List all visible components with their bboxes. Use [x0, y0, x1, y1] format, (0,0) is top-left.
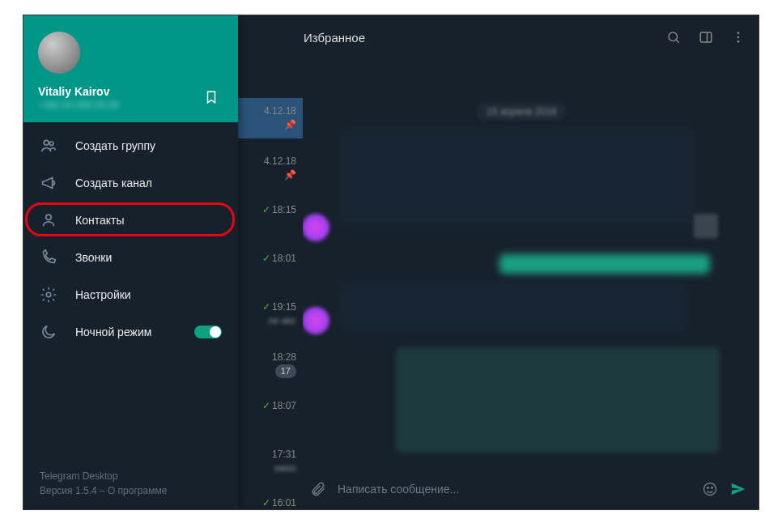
group-icon [40, 137, 61, 155]
moon-icon [40, 323, 61, 341]
chat-list-item[interactable]: ✓16:01 [262, 496, 296, 510]
message-bubble[interactable] [396, 347, 720, 453]
user-icon [40, 211, 61, 229]
svg-point-13 [712, 487, 713, 489]
new-channel-item[interactable]: Создать канал [23, 164, 238, 202]
svg-line-1 [676, 40, 678, 42]
menu-label: Ночной режим [75, 326, 151, 338]
menu-label: Настройки [75, 288, 131, 301]
menu-label: Создать канал [75, 177, 152, 189]
app-window: — ☐ ✕ Избранное 15 апреля 2018 4.12.18📌 … [23, 15, 759, 510]
file-attachment[interactable] [694, 214, 718, 238]
user-avatar[interactable] [38, 32, 80, 74]
svg-point-5 [737, 36, 740, 39]
user-name[interactable]: Vitaliy Kairov [38, 85, 223, 98]
svg-point-9 [46, 215, 51, 219]
message-input-bar: Написать сообщение... [299, 469, 759, 509]
user-phone: +380 93 968 59 80 [38, 100, 223, 111]
new-group-item[interactable]: Создать группу [23, 127, 238, 164]
contacts-item[interactable]: Контакты [23, 202, 238, 239]
svg-point-7 [44, 140, 49, 145]
svg-point-11 [704, 483, 716, 496]
chat-list-item[interactable]: 18:2817 [272, 351, 296, 378]
svg-point-0 [669, 32, 678, 41]
date-separator: 15 апреля 2018 [477, 103, 566, 121]
more-icon[interactable] [731, 30, 746, 45]
message-bubble[interactable] [339, 283, 687, 331]
night-mode-item[interactable]: Ночной режим [23, 313, 238, 351]
chat-list-item[interactable]: 4.12.18📌 [264, 155, 296, 182]
message-avatar[interactable] [302, 307, 329, 334]
gear-icon [40, 286, 61, 304]
app-version[interactable]: Версия 1.5.4 – О программе [40, 483, 167, 498]
menu-label: Контакты [75, 214, 124, 227]
search-icon[interactable] [666, 30, 681, 45]
chat-list-item[interactable]: ✓18:15 [262, 203, 296, 217]
settings-item[interactable]: Настройки [23, 276, 238, 313]
menu-label: Звонки [75, 251, 112, 264]
svg-point-10 [46, 292, 51, 297]
svg-point-12 [708, 487, 709, 489]
link-preview[interactable] [499, 254, 710, 274]
svg-point-4 [737, 32, 740, 34]
chat-list: 4.12.18📌 4.12.18📌 ✓18:15 ✓18:01 ✓19:15ли… [238, 59, 303, 509]
chat-title[interactable]: Избранное [304, 31, 365, 45]
message-input[interactable]: Написать сообщение... [338, 483, 691, 496]
message-bubble[interactable] [339, 129, 695, 226]
app-name: Telegram Desktop [40, 469, 167, 483]
send-icon[interactable] [729, 480, 747, 498]
drawer-header: Vitaliy Kairov +380 93 968 59 80 [23, 15, 238, 122]
svg-point-8 [49, 142, 53, 146]
chat-list-item[interactable]: 4.12.18📌 [238, 98, 303, 138]
chat-list-item[interactable]: ✓19:15ли икс [262, 300, 296, 328]
calls-item[interactable]: Звонки [23, 239, 238, 276]
megaphone-icon [40, 174, 61, 192]
drawer-menu: Создать группу Создать канал Контакты Зв… [23, 122, 238, 351]
saved-messages-button[interactable] [199, 85, 223, 109]
main-menu-drawer: Vitaliy Kairov +380 93 968 59 80 Создать… [23, 15, 238, 509]
phone-icon [40, 249, 61, 266]
message-avatar[interactable] [302, 214, 329, 241]
sidepanel-icon[interactable] [699, 30, 713, 45]
chat-list-item[interactable]: ✓18:01 [262, 252, 296, 266]
chat-header: Избранное [291, 15, 759, 59]
chat-list-item[interactable]: 17:31эжно [272, 448, 296, 475]
svg-rect-2 [700, 32, 712, 42]
svg-point-6 [737, 40, 740, 43]
night-mode-toggle[interactable] [194, 326, 222, 338]
menu-label: Создать группу [75, 139, 155, 152]
drawer-footer: Telegram Desktop Версия 1.5.4 – О програ… [40, 469, 167, 498]
attach-icon[interactable] [310, 481, 326, 497]
chat-list-item[interactable]: ✓18:07 [262, 399, 296, 413]
emoji-icon[interactable] [702, 481, 718, 497]
